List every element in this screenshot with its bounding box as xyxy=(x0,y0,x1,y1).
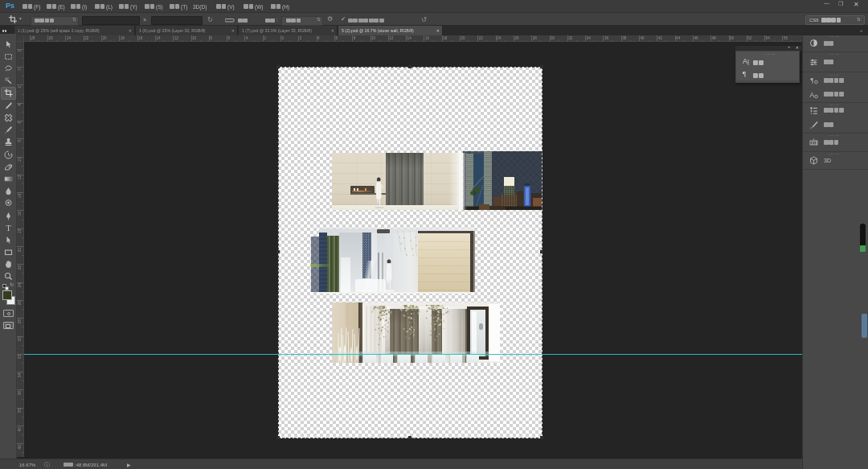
svg-text:T: T xyxy=(6,224,10,232)
svg-text:A: A xyxy=(810,91,815,99)
svg-text:¶: ¶ xyxy=(811,76,814,84)
